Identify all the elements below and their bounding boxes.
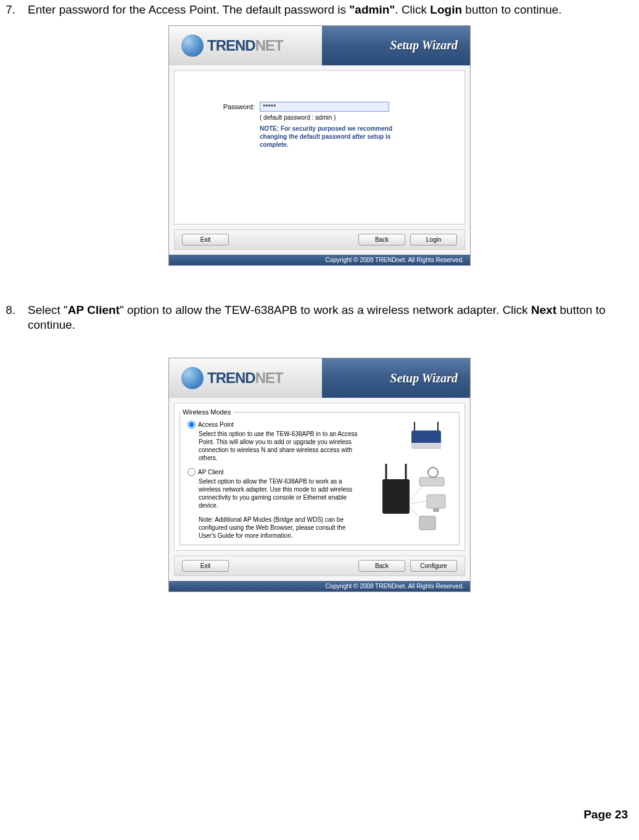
svg-rect-1 <box>411 443 441 449</box>
wireless-modes-fieldset: Wireless Modes Access Point Select this … <box>179 408 460 545</box>
fieldset-legend: Wireless Modes <box>180 408 233 416</box>
device-images <box>365 421 451 540</box>
password-hint: ( default password : admin ) <box>184 114 455 121</box>
page-number: Page 23 <box>583 808 628 821</box>
copyright: Copyright © 2008 TRENDnet. All Rights Re… <box>169 581 470 591</box>
t: Select " <box>28 303 68 316</box>
globe-icon <box>181 367 204 389</box>
step-8: 8. Select "AP Client" option to allow th… <box>0 303 639 333</box>
wizard-footer: Exit Back Login <box>174 229 465 250</box>
back-button[interactable]: Back <box>358 560 405 572</box>
ap-desc: Select this option to use the TEW-638APB… <box>188 430 358 462</box>
radio-access-point[interactable]: Access Point <box>188 421 358 429</box>
globe-icon <box>181 35 204 57</box>
exit-button[interactable]: Exit <box>182 234 229 245</box>
svg-line-13 <box>410 501 427 504</box>
ap-client-radio[interactable] <box>188 468 196 476</box>
step-7: 7. Enter password for the Access Point. … <box>0 0 639 18</box>
ap-label: Access Point <box>198 421 234 428</box>
svg-rect-9 <box>427 495 445 508</box>
step-number: 8. <box>0 303 28 333</box>
svg-rect-4 <box>382 479 410 514</box>
t: Enter password for the Access Point. The… <box>28 3 349 16</box>
mode-access-point: Access Point Select this option to use t… <box>188 421 358 462</box>
wizard-title: Setup Wizard <box>390 371 458 385</box>
wizard-footer: Exit Back Configure <box>174 556 465 576</box>
wizard-body: Wireless Modes Access Point Select this … <box>174 403 465 551</box>
exit-button[interactable]: Exit <box>182 560 229 572</box>
login-button[interactable]: Login <box>410 234 457 245</box>
wizard-modes: TRENDNET Setup Wizard Wireless Modes Acc… <box>168 358 471 592</box>
svg-point-8 <box>428 467 438 477</box>
mode-note: Note: Additional AP Modes (Bridge and WD… <box>188 516 358 540</box>
access-point-radio[interactable] <box>188 421 196 429</box>
wizard-header: TRENDNET Setup Wizard <box>169 358 470 398</box>
t: button to continue. <box>462 3 562 16</box>
password-input[interactable] <box>260 102 389 112</box>
devices-icon <box>365 421 451 532</box>
brand-text: TRENDNET <box>207 369 283 387</box>
password-note: NOTE: For security purposed we recommend… <box>184 125 406 149</box>
wizard-title: Setup Wizard <box>390 38 458 52</box>
back-button[interactable]: Back <box>358 234 405 245</box>
step-number: 7. <box>0 2 28 18</box>
brand-text: TRENDNET <box>207 37 283 54</box>
client-label: AP Client <box>198 469 224 476</box>
wizard-password: TRENDNET Setup Wizard Password: ( defaul… <box>168 25 471 266</box>
svg-rect-11 <box>419 516 435 530</box>
mode-ap-client: AP Client Select option to allow the TEW… <box>188 468 358 509</box>
t: " option to allow the TEW-638APB to work… <box>120 303 531 316</box>
svg-line-12 <box>410 482 426 501</box>
brand-logo: TRENDNET <box>181 367 283 389</box>
bold-login: Login <box>430 3 462 16</box>
t: . Click <box>395 3 430 16</box>
wizard-header: TRENDNET Setup Wizard <box>169 26 470 65</box>
bold-admin: "admin" <box>349 3 395 16</box>
svg-line-14 <box>410 507 424 522</box>
client-desc: Select option to allow the TEW-638APB to… <box>188 477 358 509</box>
bold-next: Next <box>531 303 556 316</box>
step-text: Enter password for the Access Point. The… <box>28 2 639 18</box>
configure-button[interactable]: Configure <box>410 560 457 572</box>
password-label: Password: <box>221 103 255 110</box>
step-text: Select "AP Client" option to allow the T… <box>28 303 639 333</box>
radio-ap-client[interactable]: AP Client <box>188 468 358 476</box>
brand-logo: TRENDNET <box>181 35 283 57</box>
svg-rect-10 <box>433 508 439 512</box>
bold-apclient: AP Client <box>68 303 120 316</box>
wizard-body: Password: ( default password : admin ) N… <box>174 70 465 224</box>
copyright: Copyright © 2008 TRENDnet. All Rights Re… <box>169 255 470 265</box>
